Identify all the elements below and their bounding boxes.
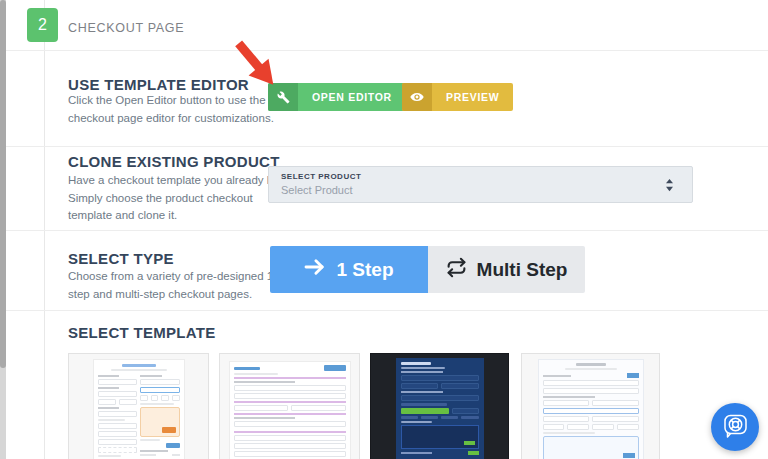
page-title: CHECKOUT PAGE: [68, 21, 184, 35]
open-editor-button[interactable]: OPEN EDITOR: [268, 83, 406, 111]
select-template-heading: SELECT TEMPLATE: [68, 324, 216, 341]
multi-step-button[interactable]: Multi Step: [428, 246, 585, 293]
multi-step-label: Multi Step: [477, 259, 568, 281]
left-scrollbar-thumb[interactable]: [0, 0, 6, 368]
section-divider: [6, 310, 768, 311]
template-2-preview: [229, 361, 351, 459]
description-line: step and multi-step checkout pages.: [68, 286, 277, 304]
repeat-icon: [446, 257, 467, 283]
description-line: Choose from a variety of pre-designed 1-: [68, 268, 277, 286]
description-line: template and clone it.: [68, 207, 290, 225]
description-line: Click the Open Editor button to use the …: [68, 92, 283, 110]
preview-button[interactable]: PREVIEW: [402, 83, 513, 111]
section-divider: [6, 230, 768, 231]
description-line: Have a checkout template you already lik…: [68, 172, 290, 190]
description-line: Simply choose the product checkout: [68, 190, 290, 208]
open-editor-label: OPEN EDITOR: [298, 83, 406, 111]
template-thumbnail-3[interactable]: [370, 353, 509, 459]
select-type-heading: SELECT TYPE: [68, 250, 174, 267]
clone-product-description: Have a checkout template you already lik…: [68, 172, 290, 225]
select-product-dropdown[interactable]: SELECT PRODUCT Select Product: [268, 166, 693, 203]
eye-icon: [402, 83, 432, 111]
dropdown-arrows-icon: [665, 178, 674, 196]
template-3-preview: [396, 358, 484, 459]
select-type-description: Choose from a variety of pre-designed 1-…: [68, 268, 277, 303]
template-1-preview: [93, 359, 185, 459]
right-arrow-icon: [304, 258, 326, 281]
template-thumbnail-1[interactable]: [68, 353, 209, 459]
select-product-placeholder: Select Product: [281, 184, 680, 196]
one-step-button[interactable]: 1 Step: [270, 246, 428, 293]
clone-product-heading: CLONE EXISTING PRODUCT: [68, 153, 280, 170]
one-step-label: 1 Step: [336, 259, 393, 281]
template-4-preview: [538, 359, 644, 459]
red-pointer-arrow: [227, 35, 285, 93]
description-line: checkout page editor for customizations.: [68, 110, 283, 128]
section-divider: [6, 146, 768, 147]
preview-label: PREVIEW: [432, 83, 513, 111]
template-thumbnail-4[interactable]: [521, 353, 660, 459]
help-widget-button[interactable]: [711, 403, 759, 451]
section-divider: [6, 50, 768, 51]
lifebuoy-chat-icon: [722, 412, 749, 443]
step-number-badge: 2: [27, 8, 58, 42]
template-editor-heading: USE TEMPLATE EDITOR: [68, 76, 249, 93]
select-product-label: SELECT PRODUCT: [281, 172, 680, 181]
template-thumbnail-2[interactable]: [219, 353, 360, 459]
template-editor-description: Click the Open Editor button to use the …: [68, 92, 283, 127]
